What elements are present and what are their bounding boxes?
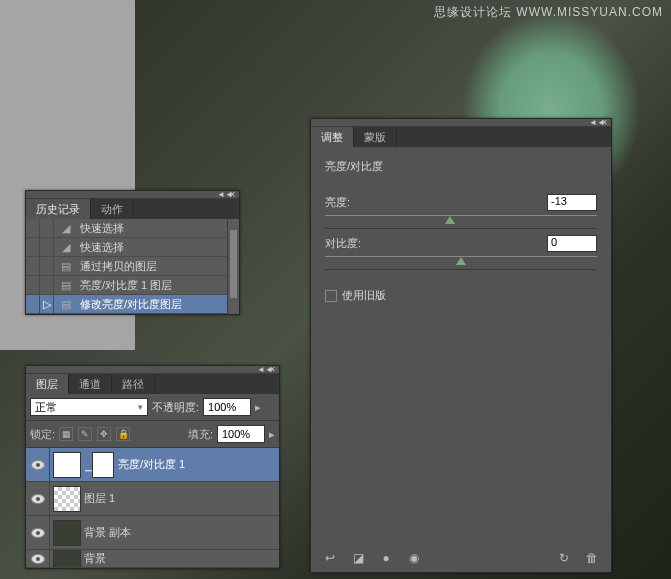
panel-controls: ◄◄ ✕ — [311, 119, 611, 127]
delete-icon[interactable]: 🗑 — [583, 550, 601, 566]
contrast-label: 对比度: — [325, 236, 361, 251]
view-icon[interactable]: ◉ — [405, 550, 423, 566]
adjust-body: 亮度/对比度 亮度: -13 对比度: 0 使用旧版 — [311, 147, 611, 315]
opacity-label: 不透明度: — [152, 400, 199, 415]
slider-handle-icon[interactable] — [456, 257, 466, 265]
contrast-row: 对比度: 0 — [325, 235, 597, 270]
visibility-toggle[interactable] — [26, 448, 50, 482]
history-panel: ◄◄ ✕ 历史记录 动作 ◢快速选择 ◢快速选择 ▤通过拷贝的图层 ▤亮度/对比… — [25, 190, 240, 315]
tab-history[interactable]: 历史记录 — [26, 199, 91, 219]
legacy-checkbox[interactable] — [325, 290, 337, 302]
brush-icon: ◢ — [58, 220, 74, 236]
brightness-label: 亮度: — [325, 195, 350, 210]
panel-controls: ◄◄ ✕ — [26, 191, 239, 199]
brightness-slider[interactable] — [325, 213, 597, 229]
collapse-icon[interactable]: ◄◄ — [589, 119, 598, 126]
watermark-text: 思缘设计论坛 WWW.MISSYUAN.COM — [434, 4, 663, 21]
adjust-title: 亮度/对比度 — [325, 159, 597, 174]
brightness-row: 亮度: -13 — [325, 194, 597, 229]
lock-all-icon[interactable]: 🔒 — [116, 427, 130, 441]
history-item[interactable]: ▤亮度/对比度 1 图层 — [26, 276, 239, 295]
history-cursor-icon: ▷ — [40, 295, 54, 314]
layers-tabs: 图层 通道 路径 — [26, 374, 279, 394]
layer-item[interactable]: 背景 副本 — [26, 516, 279, 550]
tab-adjust[interactable]: 调整 — [311, 127, 354, 147]
layer-thumb[interactable] — [53, 486, 81, 512]
fill-input[interactable]: 100% — [217, 425, 265, 443]
layer-item[interactable]: 图层 1 — [26, 482, 279, 516]
adjust-tabs: 调整 蒙版 — [311, 127, 611, 147]
tab-actions[interactable]: 动作 — [91, 199, 134, 219]
back-icon[interactable]: ↩ — [321, 550, 339, 566]
history-item[interactable]: ◢快速选择 — [26, 219, 239, 238]
eye-icon — [31, 494, 45, 504]
tab-channels[interactable]: 通道 — [69, 374, 112, 394]
layer-name: 背景 — [84, 551, 106, 566]
opacity-input[interactable]: 100% — [203, 398, 251, 416]
contrast-input[interactable]: 0 — [547, 235, 597, 252]
history-item[interactable]: ▤通过拷贝的图层 — [26, 257, 239, 276]
blend-mode-select[interactable]: 正常▾ — [30, 398, 148, 416]
lock-position-icon[interactable]: ✥ — [97, 427, 111, 441]
layer-mask[interactable] — [92, 452, 114, 478]
eye-icon — [31, 528, 45, 538]
history-item[interactable]: ◢快速选择 — [26, 238, 239, 257]
adjust-footer: ↩ ◪ ● ◉ ↻ 🗑 — [321, 550, 601, 566]
layer-options-row: 正常▾ 不透明度: 100% ▸ — [26, 394, 279, 421]
layer-icon: ▤ — [58, 296, 74, 312]
visibility-toggle[interactable] — [26, 482, 50, 516]
legacy-label: 使用旧版 — [342, 289, 386, 301]
layer-lock-row: 锁定: ▦ ✎ ✥ 🔒 填充: 100% ▸ — [26, 421, 279, 448]
history-list: ◢快速选择 ◢快速选择 ▤通过拷贝的图层 ▤亮度/对比度 1 图层 ▷▤修改亮度… — [26, 219, 239, 314]
layer-name: 亮度/对比度 1 — [118, 457, 185, 472]
opacity-flyout-icon[interactable]: ▸ — [255, 401, 261, 414]
layer-thumb[interactable] — [53, 550, 81, 568]
tab-paths[interactable]: 路径 — [112, 374, 155, 394]
collapse-icon[interactable]: ◄◄ — [217, 191, 226, 198]
layer-icon: ▤ — [58, 277, 74, 293]
layer-item[interactable]: ☀ ⎯ 亮度/对比度 1 — [26, 448, 279, 482]
fill-flyout-icon[interactable]: ▸ — [269, 428, 275, 441]
reset-icon[interactable]: ↻ — [555, 550, 573, 566]
adjustment-thumb[interactable]: ☀ — [53, 452, 81, 478]
history-tabs: 历史记录 动作 — [26, 199, 239, 219]
brightness-input[interactable]: -13 — [547, 194, 597, 211]
lock-transparency-icon[interactable]: ▦ — [59, 427, 73, 441]
visibility-toggle[interactable] — [26, 550, 50, 568]
fill-label: 填充: — [188, 427, 213, 442]
lock-label: 锁定: — [30, 427, 55, 442]
history-item[interactable]: ▷▤修改亮度/对比度图层 — [26, 295, 239, 314]
legacy-row: 使用旧版 — [325, 288, 597, 303]
panel-controls: ◄◄ ✕ — [26, 366, 279, 374]
scroll-thumb[interactable] — [229, 229, 238, 299]
adjustments-panel: ◄◄ ✕ 调整 蒙版 亮度/对比度 亮度: -13 对比度: 0 使用旧版 ↩ … — [310, 118, 612, 573]
close-icon[interactable]: ✕ — [600, 119, 609, 126]
layers-panel: ◄◄ ✕ 图层 通道 路径 正常▾ 不透明度: 100% ▸ 锁定: ▦ ✎ ✥… — [25, 365, 280, 569]
contrast-slider[interactable] — [325, 254, 597, 270]
clip-icon[interactable]: ◪ — [349, 550, 367, 566]
visibility-icon[interactable]: ● — [377, 550, 395, 566]
brush-icon: ◢ — [58, 239, 74, 255]
chevron-down-icon: ▾ — [138, 402, 143, 412]
slider-handle-icon[interactable] — [445, 216, 455, 224]
tab-mask[interactable]: 蒙版 — [354, 127, 397, 147]
eye-icon — [31, 554, 45, 564]
layer-name: 背景 副本 — [84, 525, 131, 540]
scrollbar[interactable] — [227, 219, 239, 314]
visibility-toggle[interactable] — [26, 516, 50, 550]
lock-icons: ▦ ✎ ✥ 🔒 — [59, 427, 132, 441]
layers-list: ☀ ⎯ 亮度/对比度 1 图层 1 背景 副本 背景 — [26, 448, 279, 568]
lock-pixels-icon[interactable]: ✎ — [78, 427, 92, 441]
layer-item[interactable]: 背景 — [26, 550, 279, 568]
eye-icon — [31, 460, 45, 470]
link-icon: ⎯ — [84, 459, 92, 471]
layer-thumb[interactable] — [53, 520, 81, 546]
layer-icon: ▤ — [58, 258, 74, 274]
close-icon[interactable]: ✕ — [228, 191, 237, 198]
tab-layers[interactable]: 图层 — [26, 374, 69, 394]
close-icon[interactable]: ✕ — [268, 366, 277, 373]
collapse-icon[interactable]: ◄◄ — [257, 366, 266, 373]
layer-name: 图层 1 — [84, 491, 115, 506]
